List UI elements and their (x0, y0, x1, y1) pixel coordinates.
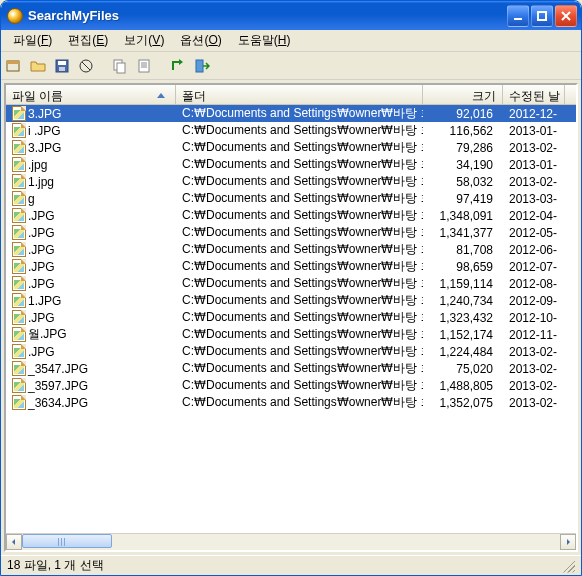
statusbar: 18 파일, 1 개 선택 (1, 555, 581, 575)
table-row[interactable]: 3.JPGC:₩Documents and Settings₩owner₩바탕 … (6, 105, 576, 122)
file-size: 1,341,377 (423, 226, 503, 240)
resize-grip-icon[interactable] (561, 559, 575, 573)
menu-help[interactable]: 도움말(H) (230, 30, 299, 51)
table-row[interactable]: _3547.JPGC:₩Documents and Settings₩owner… (6, 360, 576, 377)
open-folder-icon[interactable] (29, 57, 47, 75)
maximize-button[interactable] (531, 5, 553, 27)
column-header-folder[interactable]: 폴더 (176, 85, 423, 104)
menu-view[interactable]: 보기(V) (116, 30, 172, 51)
table-row[interactable]: .JPGC:₩Documents and Settings₩owner₩바탕 화… (6, 343, 576, 360)
file-name: 1.JPG (28, 294, 61, 308)
properties-icon[interactable] (135, 57, 153, 75)
file-size: 34,190 (423, 158, 503, 172)
file-folder: C:₩Documents and Settings₩owner₩바탕 화면₩달력 (176, 224, 423, 241)
file-folder: C:₩Documents and Settings₩owner₩바탕 화면₩달력 (176, 326, 423, 343)
svg-rect-11 (196, 60, 203, 72)
refresh-icon[interactable] (169, 57, 187, 75)
file-size: 92,016 (423, 107, 503, 121)
image-file-icon (12, 395, 26, 410)
image-file-icon (12, 293, 26, 308)
file-modified: 2012-07- (503, 260, 565, 274)
menu-edit[interactable]: 편집(E) (60, 30, 116, 51)
file-name: 월.JPG (28, 326, 67, 343)
table-row[interactable]: .JPGC:₩Documents and Settings₩owner₩바탕 화… (6, 207, 576, 224)
table-row[interactable]: .JPGC:₩Documents and Settings₩owner₩바탕 화… (6, 309, 576, 326)
file-folder: C:₩Documents and Settings₩owner₩바탕 화면₩달력 (176, 343, 423, 360)
file-size: 116,562 (423, 124, 503, 138)
table-row[interactable]: gC:₩Documents and Settings₩owner₩바탕 화면97… (6, 190, 576, 207)
table-row[interactable]: 1.jpgC:₩Documents and Settings₩owner₩바탕 … (6, 173, 576, 190)
file-folder: C:₩Documents and Settings₩owner₩바탕 화면₩달력 (176, 173, 423, 190)
table-row[interactable]: _3634.JPGC:₩Documents and Settings₩owner… (6, 394, 576, 411)
table-row[interactable]: 월.JPGC:₩Documents and Settings₩owner₩바탕 … (6, 326, 576, 343)
file-name: g (28, 192, 35, 206)
image-file-icon (12, 378, 26, 393)
image-file-icon (12, 259, 26, 274)
file-name: .JPG (28, 209, 55, 223)
file-modified: 2012-12- (503, 107, 565, 121)
table-row[interactable]: _3597.JPGC:₩Documents and Settings₩owner… (6, 377, 576, 394)
file-folder: C:₩Documents and Settings₩owner₩바탕 화면₩달력 (176, 292, 423, 309)
save-icon[interactable] (53, 57, 71, 75)
scroll-left-button[interactable] (6, 534, 22, 550)
file-folder: C:₩Documents and Settings₩owner₩바탕 화면₩달력 (176, 139, 423, 156)
svg-rect-6 (59, 67, 65, 71)
new-search-icon[interactable] (5, 57, 23, 75)
toolbar (1, 52, 581, 80)
results-pane: 파일 이름 폴더 크기 수정된 날 3.JPGC:₩Documents and … (4, 83, 578, 552)
file-modified: 2013-01- (503, 124, 565, 138)
file-size: 98,659 (423, 260, 503, 274)
table-row[interactable]: .JPGC:₩Documents and Settings₩owner₩바탕 화… (6, 241, 576, 258)
file-size: 81,708 (423, 243, 503, 257)
column-header-size[interactable]: 크기 (423, 85, 503, 104)
table-row[interactable]: i .JPGC:₩Documents and Settings₩owner₩바탕… (6, 122, 576, 139)
image-file-icon (12, 327, 26, 342)
file-folder: C:₩Documents and Settings₩owner₩바탕 화면₩달력 (176, 309, 423, 326)
image-file-icon (12, 242, 26, 257)
file-modified: 2013-02- (503, 379, 565, 393)
horizontal-scrollbar[interactable] (6, 533, 576, 550)
svg-rect-3 (7, 61, 19, 64)
scroll-thumb[interactable] (22, 534, 112, 548)
image-file-icon (12, 344, 26, 359)
column-header-name[interactable]: 파일 이름 (6, 85, 176, 104)
table-row[interactable]: 3.JPGC:₩Documents and Settings₩owner₩바탕 … (6, 139, 576, 156)
scroll-track[interactable] (22, 534, 560, 550)
titlebar[interactable]: SearchMyFiles (1, 1, 581, 30)
minimize-button[interactable] (507, 5, 529, 27)
file-size: 75,020 (423, 362, 503, 376)
file-modified: 2012-09- (503, 294, 565, 308)
table-row[interactable]: .JPGC:₩Documents and Settings₩owner₩바탕 화… (6, 258, 576, 275)
image-file-icon (12, 225, 26, 240)
file-size: 1,240,734 (423, 294, 503, 308)
file-name: _3634.JPG (28, 396, 88, 410)
file-name: i .JPG (28, 124, 61, 138)
file-name: .JPG (28, 243, 55, 257)
table-row[interactable]: .JPGC:₩Documents and Settings₩owner₩바탕 화… (6, 224, 576, 241)
close-button[interactable] (555, 5, 577, 27)
svg-rect-0 (514, 18, 522, 20)
table-row[interactable]: .jpgC:₩Documents and Settings₩owner₩바탕 화… (6, 156, 576, 173)
exit-icon[interactable] (193, 57, 211, 75)
column-header-modified[interactable]: 수정된 날 (503, 85, 565, 104)
file-size: 1,488,805 (423, 379, 503, 393)
file-modified: 2013-02- (503, 175, 565, 189)
file-modified: 2013-02- (503, 396, 565, 410)
stop-icon[interactable] (77, 57, 95, 75)
scroll-right-button[interactable] (560, 534, 576, 550)
file-folder: C:₩Documents and Settings₩owner₩바탕 화면 (176, 190, 423, 207)
table-row[interactable]: 1.JPGC:₩Documents and Settings₩owner₩바탕 … (6, 292, 576, 309)
file-modified: 2012-10- (503, 311, 565, 325)
file-modified: 2012-05- (503, 226, 565, 240)
file-size: 1,224,484 (423, 345, 503, 359)
menu-options[interactable]: 옵션(O) (172, 30, 229, 51)
copy-icon[interactable] (111, 57, 129, 75)
file-folder: C:₩Documents and Settings₩owner₩바탕 화면₩달력 (176, 377, 423, 394)
file-name: _3547.JPG (28, 362, 88, 376)
menu-file[interactable]: 파일(F) (5, 30, 60, 51)
table-row[interactable]: .JPGC:₩Documents and Settings₩owner₩바탕 화… (6, 275, 576, 292)
file-name: .JPG (28, 260, 55, 274)
svg-rect-1 (538, 12, 546, 20)
rows-container[interactable]: 3.JPGC:₩Documents and Settings₩owner₩바탕 … (6, 105, 576, 533)
file-folder: C:₩Documents and Settings₩owner₩바탕 화면₩달력 (176, 394, 423, 411)
